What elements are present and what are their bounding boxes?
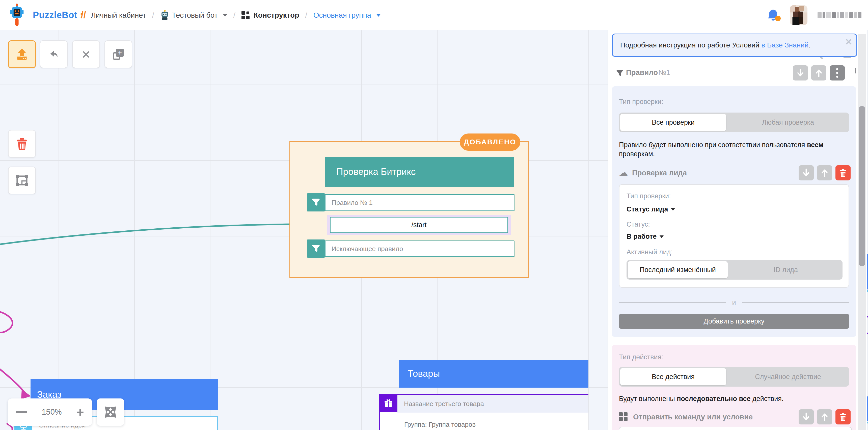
command-grid-icon <box>619 412 627 421</box>
product-group-row[interactable]: Группа: Группа товаров <box>380 412 588 430</box>
add-check-button[interactable]: Добавить проверку <box>619 314 849 329</box>
move-rule-down-button[interactable] <box>793 65 808 81</box>
toggle-all-checks[interactable]: Все проверки <box>620 114 726 131</box>
trash-icon <box>839 168 847 177</box>
delete-action-button[interactable] <box>835 409 850 425</box>
breadcrumb-bot-name[interactable]: Тестовый бот <box>172 11 218 20</box>
toggle-random-action[interactable]: Случайное действие <box>727 367 848 387</box>
move-action-down-button[interactable] <box>799 409 814 425</box>
logo-slashes: // <box>81 10 86 21</box>
rule-1-input[interactable]: Правило № 1 <box>325 194 515 211</box>
rule-menu-button[interactable] <box>830 65 845 81</box>
move-check-up-button[interactable] <box>817 165 832 180</box>
node-bitrix-check-group[interactable]: ДОБАВЛЕНО Проверка Битрикс Правило № 1 /… <box>289 141 529 278</box>
kb-link[interactable]: в Базе Знаний <box>761 41 808 49</box>
kebab-dots-icon <box>836 68 838 78</box>
start-command-input[interactable]: /start <box>330 217 508 233</box>
move-rule-up-button[interactable] <box>811 65 826 81</box>
frame-icon <box>16 174 29 186</box>
magenta-connector-line <box>0 366 25 393</box>
gift-icon <box>379 394 397 412</box>
publish-upload-button[interactable] <box>8 40 36 68</box>
move-action-up-button[interactable] <box>817 409 832 425</box>
breadcrumb-separator: / <box>152 11 154 20</box>
action-command-input[interactable] <box>619 427 852 430</box>
lead-type-dropdown[interactable]: Статус лида <box>626 206 675 213</box>
delete-check-button[interactable] <box>835 165 850 180</box>
active-lead-toggle: Последний изменённый ID лида <box>626 260 842 280</box>
close-icon: × <box>82 47 90 62</box>
breadcrumb-separator: / <box>305 11 307 20</box>
rule-number: №1 <box>658 68 670 77</box>
expand-arrows-icon <box>103 405 118 419</box>
checks-section: Тип проверки: Все проверки Любая проверк… <box>612 86 856 337</box>
user-avatar[interactable] <box>790 5 807 25</box>
magenta-arrowhead <box>21 389 31 399</box>
active-lead-label: Активный лид: <box>626 248 673 256</box>
command-row-selected: /start <box>327 215 511 235</box>
action-item-title: Отправить команду или условие <box>633 413 753 421</box>
kb-info-suffix: . <box>808 41 810 49</box>
action-item-row: Отправить команду или условие <box>619 409 849 425</box>
fit-to-screen-button[interactable] <box>97 398 124 426</box>
undo-icon <box>47 48 61 61</box>
kb-info-text: Подробная инструкция по работе Условий <box>620 41 759 49</box>
frame-tool-button[interactable] <box>8 166 36 194</box>
zoom-out-button[interactable] <box>16 411 27 413</box>
rule-title: Правило <box>626 68 658 77</box>
and-label: и <box>732 299 736 307</box>
undo-button[interactable] <box>40 40 68 68</box>
username-redacted[interactable] <box>817 11 862 19</box>
banner-close-icon[interactable]: × <box>845 35 852 48</box>
group-dropdown-caret-icon[interactable] <box>376 14 381 17</box>
zoom-controls: 150% + <box>8 398 92 426</box>
node-products-title[interactable]: Товары <box>399 360 588 388</box>
constructor-grid-icon <box>242 11 250 19</box>
teal-connector-line <box>0 224 327 244</box>
bot-dropdown-caret-icon[interactable] <box>223 14 227 17</box>
logo-wordmark[interactable]: PuzzleBot <box>33 10 78 21</box>
rule-header-row: Правило №1 <box>616 65 860 81</box>
rule-funnel-icon <box>616 69 623 77</box>
scrollbar-thumb[interactable] <box>859 106 865 266</box>
product-group-label: Группа: Группа товаров <box>404 421 476 429</box>
action-note-prefix: Будут выполнены <box>619 395 677 402</box>
kb-info-banner: Подробная инструкция по работе Условий в… <box>612 34 857 57</box>
trash-icon <box>16 137 28 150</box>
exclude-rule-input[interactable]: Исключающее правило <box>325 241 515 257</box>
trash-icon <box>839 412 847 421</box>
node-products-card[interactable]: Название третьего товара Группа: Группа … <box>379 394 588 430</box>
product-name-row[interactable]: Название третьего товара <box>397 395 588 412</box>
breadcrumb-constructor[interactable]: Конструктор <box>254 11 299 20</box>
notifications-bell-icon[interactable] <box>767 8 780 22</box>
flow-canvas[interactable]: × + <box>0 30 608 430</box>
breadcrumb-group[interactable]: Основная группа <box>313 11 371 20</box>
top-header: PuzzleBot : // Личный кабинет / <box>0 0 868 30</box>
toggle-any-check[interactable]: Любая проверка <box>727 113 848 132</box>
action-type-toggle: Все действия Случайное действие <box>619 367 849 387</box>
move-check-down-button[interactable] <box>799 165 814 180</box>
cancel-button[interactable]: × <box>72 40 100 68</box>
check-type-toggle: Все проверки Любая проверка <box>619 113 849 132</box>
added-badge: ДОБАВЛЕНО <box>460 133 520 151</box>
copy-plus-icon: + <box>113 49 124 60</box>
status-dropdown[interactable]: В работе <box>626 233 663 241</box>
toggle-lead-id[interactable]: ID лида <box>729 260 842 280</box>
clipped-edge-content <box>867 30 868 430</box>
rule-note-prefix: Правило будет выполнено при соответствии… <box>619 141 807 149</box>
bot-avatar-icon <box>160 10 169 21</box>
puzzlebot-logo-icon[interactable] <box>6 1 28 29</box>
chevron-down-icon <box>855 68 856 73</box>
node-bitrix-check-title[interactable]: Проверка Битрикс <box>325 157 514 187</box>
delete-node-button[interactable] <box>8 130 36 158</box>
and-divider: и <box>619 299 849 306</box>
panel-scrollbar[interactable] <box>858 34 866 430</box>
upload-icon <box>15 47 29 61</box>
toggle-all-actions[interactable]: Все действия <box>620 368 726 385</box>
collapse-rule-button[interactable] <box>855 68 856 72</box>
breadcrumb: Личный кабинет / Тестовый бот / <box>91 10 381 21</box>
lead-check-row: ☁ Проверка лида <box>619 165 849 180</box>
breadcrumb-personal-cabinet[interactable]: Личный кабинет <box>91 11 146 20</box>
duplicate-add-button[interactable]: + <box>104 40 132 68</box>
toggle-last-modified[interactable]: Последний изменённый <box>628 261 728 278</box>
